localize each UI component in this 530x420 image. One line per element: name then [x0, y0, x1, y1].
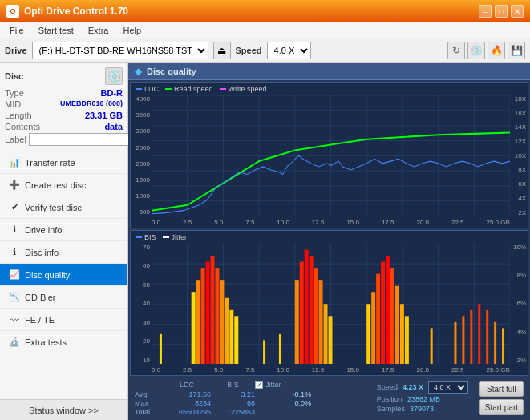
disc-label-key: Label: [5, 135, 26, 144]
sidebar-item-label-drive-info: Drive info: [25, 225, 62, 235]
bis-x-axis: 0.0 2.5 5.0 7.5 10.0 12.5 15.0 17.5 20.0…: [152, 366, 510, 374]
write-speed-legend-label: Write speed: [229, 85, 267, 93]
ldc-y-axis-left: 4000 3500 3000 2500 2000 1500 1000 500: [132, 95, 150, 216]
svg-rect-44: [215, 268, 219, 364]
stats-max-bis: 66: [211, 399, 255, 407]
read-speed-legend-dot: [165, 88, 172, 90]
stats-max-row: Max 3234 66 0.0%: [135, 399, 370, 407]
sidebar-item-extra-tests[interactable]: 🔬 Extra tests: [0, 331, 127, 353]
stats-total-row: Total 65503295 1225853: [135, 408, 370, 416]
speed-select[interactable]: 4.0 X: [267, 42, 311, 59]
svg-rect-52: [310, 256, 314, 364]
svg-rect-63: [395, 285, 399, 364]
sidebar-item-label-create-test-disc: Create test disc: [25, 180, 86, 190]
nav-menu: 📊 Transfer rate ➕ Create test disc ✔ Ver…: [0, 151, 127, 399]
menu-start-test[interactable]: Start test: [32, 24, 80, 37]
disc-type-label: Type: [5, 88, 24, 98]
disc-type-value: BD-R: [101, 88, 123, 98]
read-speed-legend-label: Read speed: [174, 85, 213, 93]
stats-ldc-header: LDC: [163, 381, 211, 389]
speed-label: Speed: [236, 46, 262, 55]
svg-rect-57: [366, 304, 370, 364]
position-key: Position: [377, 395, 403, 403]
menu-extra[interactable]: Extra: [82, 24, 115, 37]
ldc-legend-label: LDC: [144, 85, 159, 93]
disc-mid-row: MID UMEBDR016 (000): [5, 99, 123, 109]
sidebar-item-drive-info[interactable]: ℹ Drive info: [0, 219, 127, 241]
disc-section-title: Disc: [5, 71, 23, 81]
svg-rect-71: [462, 316, 464, 364]
stats-avg-label: Avg: [135, 390, 163, 398]
start-full-button[interactable]: Start full: [479, 381, 524, 397]
bis-y-axis-left: 70 60 50 40 30 20 10: [132, 244, 150, 365]
stats-total-bis: 1225853: [211, 408, 255, 416]
create-disc-icon: ➕: [8, 179, 21, 192]
disc-info-icon: ℹ: [8, 246, 21, 259]
stats-avg-row: Avg 171.56 3.21 -0.1%: [135, 390, 370, 398]
sidebar-item-cd-bler[interactable]: 📉 CD Bler: [0, 286, 127, 309]
status-window-button[interactable]: Status window >>: [0, 399, 127, 420]
sidebar-item-label-disc-info: Disc info: [25, 248, 59, 257]
sidebar-item-disc-quality[interactable]: 📈 Disc quality: [0, 264, 127, 286]
stats-total-ldc: 65503295: [163, 408, 211, 416]
title-bar-left: O Opti Drive Control 1.70: [6, 5, 128, 18]
menu-file[interactable]: File: [3, 24, 30, 37]
sidebar-item-verify-test-disc[interactable]: ✔ Verify test disc: [0, 196, 127, 219]
close-button[interactable]: ✕: [511, 5, 524, 18]
charts-container: LDC Read speed Write speed 4000 3500 3: [128, 80, 530, 420]
sidebar-item-create-test-disc[interactable]: ➕ Create test disc: [0, 174, 127, 196]
svg-rect-73: [478, 304, 480, 364]
disc-quality-icon: 📈: [8, 269, 21, 281]
stats-max-label: Max: [135, 399, 163, 407]
speed-key: Speed: [377, 383, 398, 391]
sidebar-item-fe-te[interactable]: 〰 FE / TE: [0, 309, 127, 331]
svg-rect-68: [279, 333, 281, 364]
disc-contents-row: Contents data: [5, 122, 123, 131]
refresh-button[interactable]: ↻: [447, 42, 465, 59]
burn-button[interactable]: 🔥: [488, 42, 505, 59]
panel-title: Disc quality: [147, 67, 196, 76]
svg-rect-42: [206, 261, 210, 364]
sidebar-item-disc-info[interactable]: ℹ Disc info: [0, 241, 127, 264]
jitter-checkbox[interactable]: ✓: [255, 381, 263, 389]
jitter-legend-dot: [163, 236, 169, 238]
extra-tests-icon: 🔬: [8, 336, 21, 349]
disc-icon-btn[interactable]: 💿: [467, 42, 485, 59]
start-part-button[interactable]: Start part: [479, 399, 524, 415]
disc-length-value: 23.31 GB: [85, 111, 123, 120]
speed-row: Speed 4.23 X 4.0 X: [377, 381, 473, 394]
minimize-button[interactable]: –: [479, 5, 492, 18]
jitter-label: Jitter: [265, 381, 281, 389]
stats-avg-bis: 3.21: [211, 390, 255, 398]
stats-max-ldc: 3234: [163, 399, 211, 407]
sidebar-item-transfer-rate[interactable]: 📊 Transfer rate: [0, 151, 127, 174]
maximize-button[interactable]: □: [495, 5, 508, 18]
drive-select[interactable]: (F:) HL-DT-ST BD-RE WH16NS58 TST4: [32, 42, 208, 59]
stats-right: Speed 4.23 X 4.0 X Position 23862 MB Sam…: [377, 381, 473, 413]
svg-rect-43: [211, 256, 215, 364]
disc-label-input[interactable]: [29, 133, 136, 146]
disc-length-row: Length 23.31 GB: [5, 111, 123, 120]
svg-rect-45: [220, 280, 224, 364]
svg-rect-54: [319, 280, 323, 364]
svg-rect-64: [400, 304, 404, 364]
save-button[interactable]: 💾: [508, 42, 525, 59]
toolbar-icons: ↻ 💿 🔥 💾: [447, 42, 525, 59]
stats-area: LDC BIS ✓ Jitter Avg 171.56 3.21 -0.1%: [130, 378, 528, 418]
svg-rect-70: [454, 321, 456, 364]
svg-rect-60: [381, 261, 385, 364]
eject-button[interactable]: ⏏: [213, 42, 231, 59]
svg-rect-67: [263, 340, 265, 364]
drive-info-icon: ℹ: [8, 224, 21, 236]
menu-help[interactable]: Help: [116, 24, 148, 37]
menu-bar: File Start test Extra Help: [0, 22, 530, 38]
speed-value: 4.23 X: [403, 383, 423, 391]
app-title: Opti Drive Control 1.70: [24, 6, 128, 17]
speed-select-stats[interactable]: 4.0 X: [428, 381, 468, 394]
bis-chart-svg: [152, 244, 510, 365]
stats-headers-row: LDC BIS ✓ Jitter: [135, 381, 370, 389]
disc-mid-label: MID: [5, 99, 21, 109]
panel-header: ◆ Disc quality: [128, 63, 530, 80]
content-area: ◆ Disc quality LDC Read speed: [128, 63, 530, 420]
svg-rect-55: [324, 304, 328, 364]
